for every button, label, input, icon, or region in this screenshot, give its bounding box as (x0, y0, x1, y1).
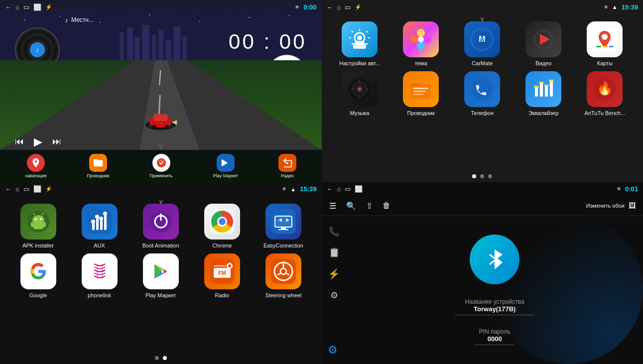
vinyl-play-btn[interactable]: ♪ (30, 42, 45, 57)
svg-rect-67 (535, 87, 538, 97)
page-dot-bl-2[interactable] (163, 356, 167, 360)
recents-icon[interactable]: ▭ (23, 3, 29, 11)
back-icon-br[interactable]: ← (327, 185, 333, 193)
app-playmarket[interactable]: Play Маркет (132, 253, 189, 298)
app-label-antutu: AnTuTu Bench... (585, 110, 626, 116)
bluetooth-symbol (480, 244, 510, 274)
next-button[interactable]: ⏭ (52, 136, 61, 147)
bluetooth-icon-tr: ✳ (604, 4, 608, 10)
app-music[interactable]: Музыка (332, 71, 388, 116)
bt-toolbar-icons: ☰ 🔍 ⇧ 🗑 (329, 201, 390, 211)
svg-point-95 (99, 217, 103, 221)
svg-point-47 (481, 38, 484, 41)
status-bar-right-tr: ✳ ▲ 15:39 (604, 3, 638, 11)
page-dot-2[interactable] (480, 174, 484, 178)
app-google[interactable]: Google (10, 253, 66, 298)
app-carmate[interactable]: M CarMate (454, 21, 511, 66)
page-dot-3[interactable] (488, 174, 492, 178)
app-label-bootanim: Boot Animation (142, 243, 179, 248)
bluetooth-sidebar-icon[interactable]: ⚡ (328, 268, 340, 280)
svg-rect-63 (413, 94, 423, 95)
svg-rect-103 (275, 216, 292, 227)
gear-icon-sidebar[interactable]: ⚙ (328, 344, 338, 357)
dock-label-playmarket: Play Маркет (213, 173, 238, 178)
dock-item-navigation[interactable]: навигация (25, 154, 46, 178)
app-grid-panel-1: ← ⌂ ▭ ⚡ ✳ ▲ 15:39 ∨ (322, 0, 643, 182)
app-settings-car[interactable]: Настройки авт... (332, 21, 388, 66)
app-label-google: Google (29, 292, 47, 298)
page-dot-bl-1[interactable] (155, 356, 159, 360)
music-player-panel: ← ⌂ ▭ ⬜ ⚡ ✳ 0:00 (0, 0, 322, 182)
phone-call-sidebar-icon[interactable]: 📞 (329, 226, 340, 237)
bluetooth-icon-br: ✳ (617, 186, 621, 192)
prev-button[interactable]: ⏮ (15, 136, 24, 147)
dock-bar: навигация Проводник Применить Play Марке… (0, 150, 322, 182)
app-aux[interactable]: AUX (71, 204, 128, 248)
svg-point-112 (228, 264, 231, 267)
app-maps[interactable]: Карты (577, 21, 633, 66)
app-explorer-tr[interactable]: Проводник (393, 71, 449, 116)
svg-point-94 (95, 215, 99, 219)
svg-point-36 (357, 35, 362, 40)
share-icon[interactable]: ⇧ (366, 201, 373, 211)
recents-icon-tr[interactable]: ▭ (345, 3, 351, 11)
app-bootanim[interactable]: Boot Animation (132, 204, 189, 248)
bt-toolbar-right: Изменить обои 🖼 (586, 202, 636, 210)
dock-item-playmarket[interactable]: Play Маркет (213, 154, 238, 178)
settings-sidebar-icon[interactable]: ⚙ (330, 290, 338, 301)
list-icon[interactable]: ☰ (329, 201, 336, 211)
app-equalizer[interactable]: Эквалайзер (515, 71, 572, 116)
status-bar-right-br: ✳ 0:01 (617, 185, 638, 193)
screenshot-icon-bl[interactable]: ⬜ (33, 185, 41, 193)
back-icon-bl[interactable]: ← (5, 185, 11, 193)
svg-point-6 (249, 17, 250, 18)
device-name-value: Torway(177B) (455, 305, 534, 315)
navigation-icon (27, 154, 45, 172)
screenshot-icon[interactable]: ⬜ (33, 3, 41, 11)
dock-item-apply[interactable]: Применить (149, 154, 173, 178)
svg-point-7 (288, 15, 289, 16)
app-phone[interactable]: Телефон (454, 71, 511, 116)
home-icon-br[interactable]: ⌂ (337, 185, 341, 193)
back-icon[interactable]: ← (5, 3, 11, 11)
svg-point-96 (103, 212, 107, 216)
status-bar-left-bl: ← ⌂ ▭ ⬜ ⚡ (5, 185, 52, 193)
app-phonelink[interactable]: phonelink (71, 253, 128, 298)
back-icon-tr[interactable]: ← (327, 3, 333, 11)
contacts-sidebar-icon[interactable]: 📋 (329, 247, 340, 258)
recents-icon-br[interactable]: ▭ (345, 185, 351, 193)
explorer-icon (403, 71, 439, 107)
page-dot-1[interactable] (472, 174, 476, 178)
search-icon[interactable]: 🔍 (346, 201, 356, 211)
svg-point-58 (358, 88, 361, 91)
dock-item-radio[interactable]: Радио (278, 154, 296, 178)
status-bar-right: ✳ 0:00 (295, 3, 316, 11)
change-wallpaper-label[interactable]: Изменить обои (586, 203, 625, 209)
app-chrome[interactable]: Chrome (194, 204, 250, 248)
svg-rect-88 (87, 209, 112, 234)
app-antutu[interactable]: 🔥 AnTuTu Bench... (577, 71, 633, 116)
home-icon-tr[interactable]: ⌂ (337, 3, 341, 11)
carmate-icon: M (464, 21, 500, 57)
app-steering[interactable]: Steering wheel (255, 253, 311, 298)
playmarket-icon (143, 253, 179, 289)
explorer-dock-icon (89, 154, 107, 172)
app-apk[interactable]: APK installer (10, 204, 66, 248)
recents-icon-bl[interactable]: ▭ (23, 185, 29, 193)
dock-item-explorer[interactable]: Проводник (87, 154, 109, 178)
app-video[interactable]: Видео (515, 21, 572, 66)
status-bar-top-left: ← ⌂ ▭ ⬜ ⚡ ✳ 0:00 (0, 0, 322, 14)
wallpaper-icon[interactable]: 🖼 (629, 202, 636, 210)
radio-dock-icon (278, 154, 296, 172)
app-label-radio: Radio (215, 292, 229, 298)
bluetooth-icon-status: ✳ (295, 4, 299, 10)
app-easyconn[interactable]: EasyConnection (255, 204, 311, 248)
screenshot-icon-br[interactable]: ⬜ (355, 185, 363, 193)
app-theme[interactable]: тема (393, 21, 449, 66)
home-icon-bl[interactable]: ⌂ (15, 185, 19, 193)
delete-icon[interactable]: 🗑 (383, 201, 390, 210)
svg-text:🔥: 🔥 (597, 80, 613, 96)
play-pause-button[interactable]: ▶ (34, 135, 42, 148)
home-icon[interactable]: ⌂ (15, 3, 19, 11)
app-radio[interactable]: FM Radio (194, 253, 250, 298)
